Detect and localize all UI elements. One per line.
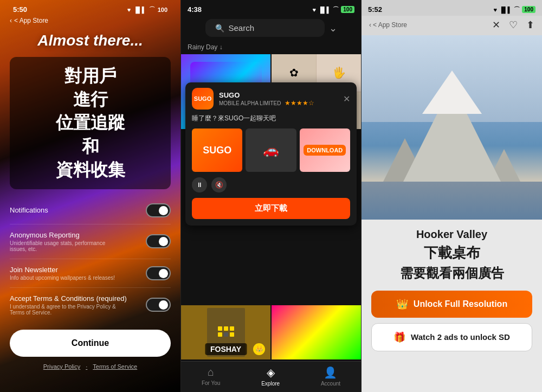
panel1-cjk-line1: 對用戶 [18, 65, 162, 88]
bottom-cell-foshay: FOSHAY 👑 [181, 305, 270, 359]
ad-info: SUGO MOBILE ALPHA LIMITED ★★★★☆ [219, 91, 314, 107]
car-icon: 🚗 [263, 143, 279, 158]
setting-newsletter: Join Newsletter Info about upcoming wall… [10, 259, 171, 288]
tab-account[interactable]: 👤 Account [321, 366, 340, 387]
setting-notifications-labels: Notifications [10, 206, 48, 214]
panel2-tabbar: ⌂ For You ◈ Explore 👤 Account [181, 361, 361, 392]
heart2-icon: ♥ [312, 7, 316, 13]
panel3-statusbar: 5:52 ♥ ▐▌▌ ⌒ 100 [362, 0, 542, 16]
foshay-label: FOSHAY [205, 343, 247, 355]
battery-icon: 100 [158, 7, 167, 13]
signal-icon: ▐▌▌ [133, 7, 146, 13]
ad-close-button[interactable]: ✕ [343, 94, 350, 104]
unlock-full-resolution-button[interactable]: 👑 Unlock Full Resolution [371, 291, 532, 318]
window [218, 332, 222, 337]
panel1-cjk-warning: 對用戶 進行 位置追蹤 和 資料收集 [10, 57, 171, 189]
panel3-back-button[interactable]: ‹ < App Store [369, 21, 407, 29]
panel1-status-icons: ♥ ▐▌▌ ⌒ 100 [127, 5, 167, 14]
ad-logo: SUGO [192, 88, 214, 110]
back-chevron-icon: ‹ [10, 17, 12, 24]
dropdown-label: Rainy Day ↓ [188, 43, 223, 51]
setting-terms-labels: Accept Terms & Conditions (required) I u… [10, 294, 127, 316]
panel3-wallpaper [362, 35, 542, 220]
water-reflection [362, 182, 542, 220]
watch-label: Watch 2 ads to unlock SD [411, 332, 510, 342]
chevron-down-icon[interactable]: ⌄ [329, 22, 337, 34]
building-windows [218, 326, 234, 337]
panel1-title: Almost there... [10, 32, 171, 49]
panel1-back-button[interactable]: ‹ < App Store [10, 16, 171, 28]
panel2-time: 4:38 [188, 5, 202, 14]
panel1-cjk-line3: 位置追蹤 [18, 111, 162, 134]
panel3-topbar: ‹ < App Store ✕ ♡ ⬆ [362, 16, 542, 35]
panel-2: 4:38 ♥ ▐▌▌ ⌒ 100 🔍 Search ⌄ Rainy Day ↓ … [180, 0, 362, 392]
panel2-dropdown[interactable]: Rainy Day ↓ [181, 41, 361, 54]
home-icon: ⌂ [208, 366, 214, 378]
tab-account-label: Account [321, 381, 340, 387]
footer-separator: · [86, 363, 87, 370]
setting-anonymous-sublabel: Unidentifiable usage stats, performance … [10, 240, 124, 252]
explore-icon: ◈ [267, 366, 275, 379]
tab-for-you-label: For You [202, 380, 220, 386]
panel2-searchbar[interactable]: 🔍 Search ⌄ [181, 16, 361, 41]
sugo-logo-img: SUGO [203, 145, 231, 156]
ad-controls: ⏸ 🔇 [192, 177, 350, 192]
toggle-anonymous[interactable] [146, 234, 171, 248]
ad-title: SUGO [219, 91, 314, 99]
wifi-icon: ⌒ [149, 5, 155, 14]
setting-notifications-label: Notifications [10, 206, 48, 214]
panel2-status-icons: ♥ ▐▌▌ ⌒ 100 [312, 5, 354, 14]
share-icon[interactable]: ⬆ [526, 19, 534, 31]
panel2-bottom-grid: FOSHAY 👑 [181, 305, 361, 359]
unlock-label: Unlock Full Resolution [414, 299, 507, 309]
toggle-notifications[interactable] [146, 203, 171, 217]
search-pill[interactable]: 🔍 Search [205, 19, 325, 37]
panel1-settings-list: Notifications Anonymous Reporting Uniden… [10, 197, 171, 322]
tab-explore[interactable]: ◈ Explore [261, 366, 280, 387]
tab-for-you[interactable]: ⌂ For You [202, 366, 220, 387]
terms-of-service-link[interactable]: Terms of Service [93, 363, 137, 370]
setting-anonymous-labels: Anonymous Reporting Unidentifiable usage… [10, 231, 124, 252]
panel1-cjk-line4: 和 [18, 135, 162, 158]
account-icon: 👤 [324, 366, 337, 379]
panel1-statusbar: 5:50 ♥ ▐▌▌ ⌒ 100 [10, 0, 171, 16]
bottom-cell-colorful [272, 305, 361, 359]
ad-stars: ★★★★☆ [285, 99, 314, 107]
panel3-back-label: < App Store [373, 21, 407, 29]
heart3-icon: ♥ [493, 7, 497, 13]
setting-anonymous-label: Anonymous Reporting [10, 231, 124, 239]
panel-3: 5:52 ♥ ▐▌▌ ⌒ 100 ‹ < App Store ✕ ♡ ⬆ Hoo… [362, 0, 542, 392]
privacy-policy-link[interactable]: Privacy Policy [43, 363, 80, 370]
heart-icon: ♥ [127, 7, 131, 13]
window [224, 326, 228, 331]
pause-button[interactable]: ⏸ [192, 177, 207, 192]
ad-screenshot-3: DOWNLOAD [300, 128, 350, 172]
panel1-cjk-line5: 資料收集 [18, 158, 162, 182]
crown-badge: 👑 [253, 343, 265, 355]
gift-icon: 🎁 [393, 331, 405, 343]
panel3-info: Hooker Valley 下載桌布 需要觀看兩個廣告 👑 Unlock Ful… [362, 220, 542, 357]
signal3-icon: ▐▌▌ [499, 7, 512, 13]
toggle-terms[interactable] [146, 298, 171, 312]
ad-download-button[interactable]: 立即下載 [192, 198, 350, 219]
signal2-icon: ▐▌▌ [318, 7, 331, 13]
download-badge: DOWNLOAD [304, 145, 346, 156]
panel3-time: 5:52 [368, 5, 382, 14]
window [230, 326, 234, 331]
panel1-content: 5:50 ♥ ▐▌▌ ⌒ 100 ‹ < App Store Almost th… [0, 0, 180, 392]
battery2-icon: 100 [341, 6, 354, 13]
watch-ads-button[interactable]: 🎁 Watch 2 ads to unlock SD [371, 323, 532, 351]
mute-button[interactable]: 🔇 [211, 177, 227, 192]
heart-action-icon[interactable]: ♡ [509, 19, 518, 31]
setting-notifications: Notifications [10, 197, 171, 224]
setting-newsletter-labels: Join Newsletter Info about upcoming wall… [10, 266, 115, 281]
close-icon[interactable]: ✕ [492, 19, 500, 31]
crown-icon: 👑 [396, 298, 408, 310]
toggle-newsletter[interactable] [146, 266, 171, 280]
panel1-footer: Privacy Policy · Terms of Service [10, 363, 171, 370]
panel-1: 5:50 ♥ ▐▌▌ ⌒ 100 ‹ < App Store Almost th… [0, 0, 180, 392]
continue-button[interactable]: Continue [10, 330, 171, 357]
setting-terms-sublabel: I understand & agree to the Privacy Poli… [10, 304, 124, 316]
panel3-cjk-download: 下載桌布 [371, 244, 532, 262]
setting-newsletter-sublabel: Info about upcoming wallpapers & release… [10, 275, 115, 281]
